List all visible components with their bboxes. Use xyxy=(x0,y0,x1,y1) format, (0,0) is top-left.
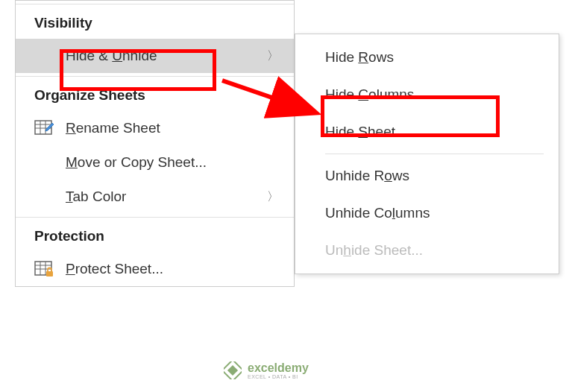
menu-item-label: Hide & Unhide xyxy=(66,48,267,64)
menu-item-move-copy-sheet[interactable]: Move or Copy Sheet... xyxy=(16,145,294,180)
section-organize-header: Organize Sheets xyxy=(16,80,294,111)
watermark-brand: exceldemy xyxy=(248,362,309,374)
menu-item-rename-sheet[interactable]: Rename Sheet xyxy=(16,111,294,145)
hide-unhide-submenu: Hide Rows Hide Columns Hide Sheet Unhide… xyxy=(295,34,559,274)
menu-item-label: Rename Sheet xyxy=(66,120,279,136)
svg-rect-14 xyxy=(227,365,238,376)
protect-sheet-icon xyxy=(34,261,66,277)
menu-item-tab-color[interactable]: Tab Color 〉 xyxy=(16,180,294,214)
divider xyxy=(16,4,294,4)
section-visibility-header: Visibility xyxy=(16,7,294,39)
submenu-item-unhide-columns[interactable]: Unhide Columns xyxy=(295,195,559,232)
main-context-menu: Visibility Hide & Unhide 〉 Organize Shee… xyxy=(15,0,295,287)
menu-item-label: Unhide Rows xyxy=(325,168,544,184)
submenu-item-unhide-sheet: Unhide Sheet... xyxy=(295,232,559,269)
menu-item-label: Move or Copy Sheet... xyxy=(66,154,279,171)
menu-item-label: Hide Rows xyxy=(325,49,544,66)
menu-item-label: Unhide Columns xyxy=(325,205,544,221)
section-protection-header: Protection xyxy=(16,221,294,252)
submenu-item-unhide-rows[interactable]: Unhide Rows xyxy=(295,157,559,195)
submenu-item-hide-rows[interactable]: Hide Rows xyxy=(295,39,559,76)
watermark: exceldemy EXCEL • DATA • BI xyxy=(224,361,309,379)
menu-item-label: Protect Sheet... xyxy=(66,261,279,277)
menu-item-label: Tab Color xyxy=(66,189,267,205)
menu-item-label: Hide Sheet xyxy=(325,124,544,140)
menu-item-hide-unhide[interactable]: Hide & Unhide 〉 xyxy=(16,39,294,73)
submenu-item-hide-columns[interactable]: Hide Columns xyxy=(295,76,559,113)
submenu-item-hide-sheet[interactable]: Hide Sheet xyxy=(295,113,559,151)
menu-item-label: Unhide Sheet... xyxy=(325,242,544,259)
svg-rect-10 xyxy=(46,271,53,276)
divider xyxy=(16,217,294,218)
watermark-tagline: EXCEL • DATA • BI xyxy=(248,374,309,379)
menu-item-label: Hide Columns xyxy=(325,86,544,103)
divider xyxy=(325,154,544,154)
divider xyxy=(16,76,294,77)
watermark-logo-icon xyxy=(224,361,242,379)
menu-item-protect-sheet[interactable]: Protect Sheet... xyxy=(16,252,294,286)
chevron-right-icon: 〉 xyxy=(267,48,279,64)
chevron-right-icon: 〉 xyxy=(267,189,279,205)
rename-sheet-icon xyxy=(34,120,66,136)
